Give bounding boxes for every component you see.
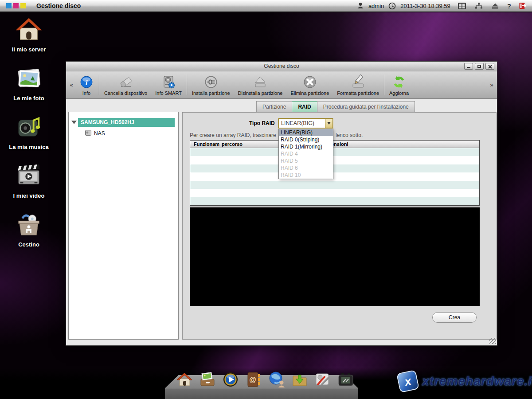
toolbar-separator [384,74,384,95]
desktop-icon-trash[interactable]: Cestino [5,211,52,260]
create-raid-button[interactable]: Crea [432,312,477,323]
table-row [190,164,479,172]
dock-toolbox-icon[interactable] [337,371,355,388]
table-row [190,189,479,197]
house-icon [15,16,43,43]
dock-photos-icon[interactable] [199,371,216,388]
disk-icon [85,130,92,137]
toolbar-uninstall-partition-button[interactable]: Disinstalla partizione [234,71,287,98]
raid-type-select[interactable]: LINEAR(BIG) [278,118,333,128]
help-icon[interactable]: ? [507,2,511,10]
clock-icon [388,2,396,10]
topbar-title: Gestione disco [36,2,81,9]
desktop-icon-label: Cestino [18,241,39,248]
toolbar-smart-info-button[interactable]: Info SMART [151,71,186,98]
system-topbar: Gestione disco admin 2011-3-30 18:39:59 … [0,0,532,12]
toolbar-info-button[interactable]: i Info [75,71,98,98]
column-header: ensioni [331,141,348,147]
chevron-down-icon [327,122,331,125]
tab-procedura-guidata[interactable]: Procedura guidata per l'installazione [317,101,415,112]
toolbar-format-partition-button[interactable]: Formatta partizione [333,71,383,98]
window-resize-grip[interactable] [489,338,496,344]
window-grid-icon[interactable] [458,2,466,10]
dropdown-option-raid10: RAID 10 [279,172,333,179]
dock-download-folder-icon[interactable] [291,371,309,388]
logout-icon[interactable] [519,2,527,9]
plug-icon [203,74,219,90]
user-name: admin [368,3,384,9]
video-icon [15,162,43,190]
expand-triangle-icon[interactable] [71,121,77,124]
info-icon: i [79,74,94,90]
refresh-icon [391,74,407,90]
dropdown-option-linear-big[interactable]: LINEAR(BIG) [279,129,333,136]
dock: @ [165,370,358,399]
close-button[interactable] [485,63,494,70]
dropdown-option-raid0[interactable]: RAID 0(Striping) [279,136,333,143]
desktop-icon-column: Il mio server Le mie foto La mia musica [5,16,52,260]
disk-gear-icon [161,74,176,90]
svg-text:i: i [86,78,88,87]
instruction-text-after: lenco sotto. [336,132,363,138]
raid-type-dropdown-list: LINEAR(BIG) RAID 0(Striping) RAID 1(Mirr… [278,129,333,179]
toolbar-scroll-right[interactable]: » [488,71,495,98]
tab-partizione[interactable]: Partizione [256,101,292,112]
toolbar-delete-partition-button[interactable]: Elimina partizione [286,71,333,98]
dock-home-icon[interactable] [176,371,193,388]
desktop-icon-label: Le mie foto [13,95,44,102]
svg-text:@: @ [249,376,256,383]
desktop-icon-my-photos[interactable]: Le mie foto [5,65,52,113]
table-row [190,197,479,205]
window-titlebar[interactable]: Gestione disco [66,62,497,71]
toolbar-erase-device-button[interactable]: Cancella dispositivo [100,71,151,98]
raid-type-label: Tipo RAID [249,120,275,126]
network-icon[interactable] [474,2,483,9]
raid-member-table[interactable]: Funzionam percorso ensioni [190,140,480,206]
tree-child-label: NAS [94,130,105,137]
tab-bar: Partizione RAID Procedura guidata per l'… [257,101,415,112]
desktop-icon-my-music[interactable]: La mia musica [5,113,52,162]
raid-panel: Tipo RAID LINEAR(BIG) Per creare un arra… [182,112,497,340]
tree-root-device[interactable]: SAMSUNG_HD502HJ [71,118,175,127]
select-arrow-button[interactable] [325,119,332,128]
toolbar-scroll-left[interactable]: « [68,71,75,98]
window-title: Gestione disco [66,62,497,71]
table-row [190,148,479,156]
dock-media-player-icon[interactable] [222,371,239,388]
eraser-icon [118,74,133,90]
table-row [190,181,479,189]
toolbar-install-partition-button[interactable]: Installa partizione [188,71,234,98]
pencil-icon [351,74,366,90]
minimize-icon [467,67,470,68]
music-icon [15,113,43,141]
dropdown-option-raid4: RAID 4 [279,150,333,157]
close-icon [488,64,493,69]
tree-child-nas[interactable]: NAS [85,130,178,137]
maximize-icon [477,65,481,68]
raid-detail-blank-area [190,207,480,306]
trash-icon [15,211,43,239]
desktop-icon-label: I miei video [13,192,45,199]
table-row [190,156,479,164]
dropdown-option-raid6: RAID 6 [279,164,333,172]
desktop-icon-my-videos[interactable]: I miei video [5,162,52,211]
eject-partition-icon [253,74,268,90]
dock-disk-utility-icon[interactable] [314,371,332,388]
instruction-text-before: Per creare un array RAID, trascinare [190,132,276,138]
dock-contacts-icon[interactable]: @ [245,371,262,388]
tree-root-label[interactable]: SAMSUNG_HD502HJ [78,118,175,127]
tab-raid[interactable]: RAID [292,101,317,112]
toolbar-refresh-button[interactable]: Aggiorna [385,71,413,98]
xtremehardware-watermark: x xtremehardware.it [398,372,532,391]
desktop-icon-label: La mia musica [9,144,49,150]
device-tree-panel: SAMSUNG_HD502HJ NAS [68,112,179,340]
dock-web-users-icon[interactable] [268,371,286,388]
disk-management-window: Gestione disco « i Info Cancella dispo [66,61,497,346]
eject-icon[interactable] [491,3,499,9]
minimize-button[interactable] [464,63,473,70]
dropdown-option-raid5: RAID 5 [279,157,333,164]
dropdown-option-raid1[interactable]: RAID 1(Mirroring) [279,143,333,150]
maximize-button[interactable] [475,63,484,70]
desktop-icon-my-server[interactable]: Il mio server [5,16,52,65]
desktop-icon-label: Il mio server [12,46,46,53]
